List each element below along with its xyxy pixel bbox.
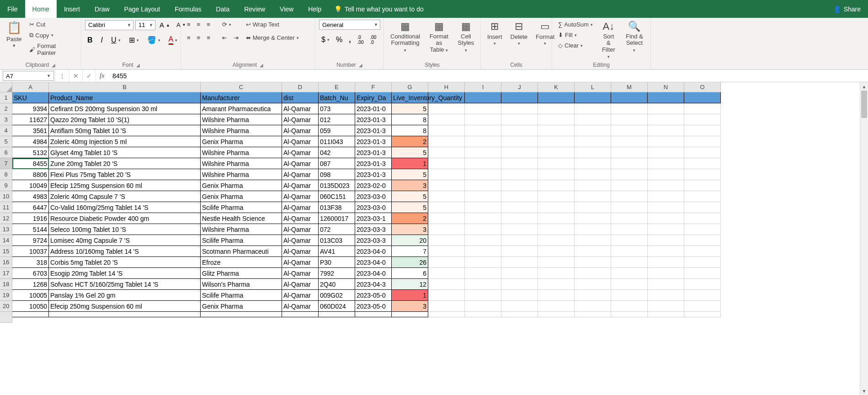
scroll-thumb[interactable] bbox=[861, 91, 867, 118]
empty-cell[interactable] bbox=[611, 125, 648, 136]
empty-cell[interactable] bbox=[611, 235, 648, 246]
empty-cell[interactable] bbox=[575, 191, 611, 202]
accounting-format-button[interactable]: $▾ bbox=[319, 34, 332, 45]
empty-cell[interactable] bbox=[538, 224, 575, 235]
data-cell[interactable]: 072 bbox=[319, 224, 355, 235]
empty-cell[interactable] bbox=[428, 125, 465, 136]
sort-filter-button[interactable]: A↓ Sort &Filter ▾ bbox=[598, 20, 619, 60]
column-header-F[interactable]: F bbox=[355, 82, 392, 92]
empty-cell[interactable] bbox=[648, 290, 684, 301]
empty-cell[interactable] bbox=[575, 279, 611, 290]
cut-button[interactable]: ✂ Cut bbox=[27, 20, 77, 29]
empty-cell[interactable] bbox=[575, 268, 611, 279]
header-cell[interactable]: Manufacturer bbox=[201, 92, 282, 103]
empty-cell[interactable] bbox=[611, 147, 648, 158]
data-cell[interactable]: 10050 bbox=[12, 301, 49, 312]
data-cell[interactable]: Esogip 20mg Tablet 14 'S bbox=[49, 268, 201, 279]
align-bottom-button[interactable]: ≡ bbox=[204, 20, 213, 29]
data-cell[interactable]: 5 bbox=[392, 147, 428, 158]
data-cell[interactable]: Al-Qamar bbox=[282, 257, 319, 268]
insert-cells-button[interactable]: ⊞ Insert ▾ bbox=[485, 20, 505, 47]
column-header-H[interactable]: H bbox=[428, 82, 465, 92]
row-header-6[interactable]: 6 bbox=[0, 147, 12, 158]
data-cell[interactable]: Address 10/160mg Tablet 14 'S bbox=[49, 246, 201, 257]
data-cell[interactable]: Al-Qamar bbox=[282, 213, 319, 224]
column-header-M[interactable]: M bbox=[611, 82, 648, 92]
empty-cell[interactable] bbox=[575, 180, 611, 191]
data-cell[interactable]: Co-Valid 160mg/25mg Tablet 14 'S bbox=[49, 202, 201, 213]
empty-cell[interactable] bbox=[465, 301, 501, 312]
empty-cell[interactable] bbox=[428, 224, 465, 235]
data-cell[interactable]: Genix Pharma bbox=[201, 191, 282, 202]
data-cell[interactable]: 013F38 bbox=[319, 202, 355, 213]
empty-cell[interactable] bbox=[684, 301, 721, 312]
empty-cell[interactable] bbox=[428, 147, 465, 158]
empty-cell[interactable] bbox=[428, 257, 465, 268]
empty-cell[interactable] bbox=[501, 114, 538, 125]
data-cell[interactable]: Scilife Pharma bbox=[201, 235, 282, 246]
format-painter-button[interactable]: 🖌 Format Painter bbox=[27, 41, 77, 58]
conditional-formatting-button[interactable]: ▦ ConditionalFormatting ▾ bbox=[388, 20, 423, 54]
data-cell[interactable]: 318 bbox=[12, 257, 49, 268]
column-header-O[interactable]: O bbox=[684, 82, 721, 92]
empty-cell[interactable] bbox=[611, 169, 648, 180]
empty-cell[interactable] bbox=[501, 279, 538, 290]
empty-cell[interactable] bbox=[538, 268, 575, 279]
data-cell[interactable]: Wilson's Pharma bbox=[201, 279, 282, 290]
data-cell[interactable]: 10049 bbox=[12, 180, 49, 191]
empty-cell[interactable] bbox=[611, 158, 648, 169]
data-cell[interactable]: 009G02 bbox=[319, 290, 355, 301]
data-cell[interactable]: 042 bbox=[319, 147, 355, 158]
data-cell[interactable]: Wilshire Pharma bbox=[201, 158, 282, 169]
data-cell[interactable]: Glitz Pharma bbox=[201, 268, 282, 279]
data-cell[interactable]: 060D024 bbox=[319, 301, 355, 312]
tab-home[interactable]: Home bbox=[25, 0, 57, 18]
empty-cell[interactable] bbox=[465, 169, 501, 180]
dialog-launcher-icon[interactable]: ◢ bbox=[52, 63, 55, 68]
data-cell[interactable]: 7992 bbox=[319, 268, 355, 279]
data-cell[interactable]: 5 bbox=[392, 169, 428, 180]
column-header-L[interactable]: L bbox=[575, 82, 611, 92]
empty-cell[interactable] bbox=[501, 191, 538, 202]
row-header-7[interactable]: 7 bbox=[0, 158, 12, 169]
empty-cell[interactable] bbox=[538, 301, 575, 312]
data-cell[interactable]: Scilife Pharma bbox=[201, 290, 282, 301]
empty-cell[interactable] bbox=[501, 147, 538, 158]
partial-cell[interactable] bbox=[538, 312, 575, 317]
data-cell[interactable]: Efecip 125mg Suspension 60 ml bbox=[49, 180, 201, 191]
data-cell[interactable]: Al-Qamar bbox=[282, 136, 319, 147]
empty-cell[interactable] bbox=[501, 125, 538, 136]
column-header-A[interactable]: A bbox=[12, 82, 49, 92]
empty-cell[interactable] bbox=[428, 158, 465, 169]
row-header-5[interactable]: 5 bbox=[0, 136, 12, 147]
empty-cell[interactable] bbox=[611, 114, 648, 125]
empty-cell[interactable] bbox=[648, 103, 684, 114]
header-cell[interactable]: Batch_Nu bbox=[319, 92, 355, 103]
data-cell[interactable]: Qazzo 20mg Tablet 10 'S(1) bbox=[49, 114, 201, 125]
bold-button[interactable]: B bbox=[85, 35, 95, 46]
data-cell[interactable]: Scilife Pharma bbox=[201, 202, 282, 213]
enter-formula-button[interactable]: ✓ bbox=[82, 70, 96, 82]
empty-cell[interactable] bbox=[648, 147, 684, 158]
row-header-2[interactable]: 2 bbox=[0, 103, 12, 114]
align-top-button[interactable]: ≡ bbox=[185, 20, 193, 29]
partial-cell[interactable] bbox=[428, 312, 465, 317]
empty-cell[interactable] bbox=[575, 125, 611, 136]
data-cell[interactable]: 9724 bbox=[12, 235, 49, 246]
empty-cell[interactable] bbox=[501, 202, 538, 213]
header-cell-empty[interactable] bbox=[648, 92, 684, 103]
decrease-decimal-button[interactable]: .00.0 bbox=[368, 33, 379, 46]
data-cell[interactable]: 3 bbox=[392, 301, 428, 312]
empty-cell[interactable] bbox=[648, 257, 684, 268]
column-header-J[interactable]: J bbox=[501, 82, 538, 92]
row-header-13[interactable]: 13 bbox=[0, 224, 12, 235]
data-cell[interactable]: 2023-01-3 bbox=[355, 114, 392, 125]
row-header-17[interactable]: 17 bbox=[0, 268, 12, 279]
data-cell[interactable]: 2023-05-0 bbox=[355, 301, 392, 312]
data-cell[interactable]: Lomisec 40mg Capsule 7 'S bbox=[49, 235, 201, 246]
data-cell[interactable]: Al-Qamar bbox=[282, 180, 319, 191]
partial-cell[interactable] bbox=[465, 312, 501, 317]
empty-cell[interactable] bbox=[575, 147, 611, 158]
formula-dots-icon[interactable]: ⋮ bbox=[55, 70, 69, 82]
row-header-12[interactable]: 12 bbox=[0, 213, 12, 224]
